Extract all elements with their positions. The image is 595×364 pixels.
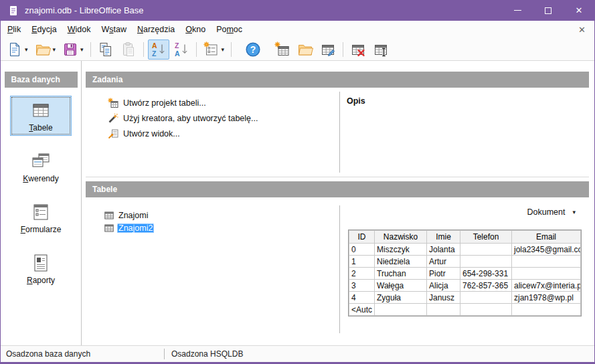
tasks-panel: Zadania Utwórz projekt tabeli... Użyj kr…: [86, 72, 589, 177]
tasks-panel-header: Zadania: [86, 72, 589, 88]
toolbar-separator: [343, 42, 343, 57]
paste-icon: [120, 41, 137, 58]
table-cell: alicew7x@interia.pl: [512, 280, 581, 292]
table-cell: [460, 244, 512, 256]
menu-okno[interactable]: Okno: [180, 22, 211, 37]
sort-descending-icon: [173, 41, 189, 58]
menu-narzedzia[interactable]: Narzędzia: [132, 22, 180, 37]
rename-button[interactable]: [370, 39, 392, 60]
dropdown-arrow-icon[interactable]: ▾: [53, 46, 56, 53]
table-cell: [460, 292, 512, 304]
close-document-icon[interactable]: ✕: [578, 25, 586, 35]
open-database-object-button[interactable]: [294, 39, 316, 60]
window-title: znajomi.odb - LibreOffice Base: [25, 5, 144, 15]
table-row: 4 Zyguła Janusz zjan1978@wp.pl: [349, 292, 581, 304]
list-item-znajomi2[interactable]: Znajomi2: [104, 221, 339, 234]
sort-ascending-button[interactable]: [148, 39, 169, 60]
wizard-wand-icon: [108, 113, 118, 124]
open-button[interactable]: ▾: [32, 39, 59, 60]
toolbar-separator: [196, 42, 197, 57]
maximize-button[interactable]: [533, 0, 564, 21]
table-cell: [512, 268, 581, 280]
document-icon: [8, 5, 19, 16]
toolbar-separator: [90, 42, 91, 57]
dropdown-arrow-icon[interactable]: ▾: [25, 46, 28, 53]
menu-plik[interactable]: Plik: [2, 22, 26, 37]
new-table-task-icon: [108, 98, 118, 108]
table-cell: Jolanta: [427, 244, 460, 256]
help-button[interactable]: [242, 39, 264, 60]
reports-icon: [30, 252, 52, 274]
table-cell: Janusz: [427, 292, 460, 304]
task-create-view[interactable]: Utwórz widok...: [108, 126, 339, 141]
close-button[interactable]: ✕: [564, 0, 594, 21]
table-cell: [460, 304, 512, 316]
preview-mode-dropdown[interactable]: Dokument ▾: [527, 207, 576, 217]
table-cell: Piotr: [427, 268, 460, 280]
sort-ascending-icon: [151, 41, 167, 58]
description-label: Opis: [347, 96, 365, 106]
rename-table-icon: [373, 41, 389, 58]
window-controls: ✕: [502, 0, 594, 21]
table-header-row: ID Nazwisko Imie Telefon Email: [349, 231, 581, 244]
table-cell: [512, 256, 581, 268]
new-document-button[interactable]: ▾: [4, 39, 31, 60]
forms-icon: [30, 201, 52, 223]
table-cell: [375, 304, 427, 316]
table-cell: jola2345@gmail.com: [512, 244, 581, 256]
maximize-icon: [545, 7, 551, 14]
sidebar-item-queries[interactable]: Kwerendy: [10, 147, 72, 187]
task-create-table-design[interactable]: Utwórz projekt tabeli...: [108, 95, 339, 110]
libreoffice-base-window: znajomi.odb - LibreOffice Base ✕ Plik Ed…: [0, 0, 595, 364]
sidebar-item-reports[interactable]: Raporty: [10, 248, 72, 288]
list-item-znajomi[interactable]: Znajomi: [104, 209, 339, 221]
table-row: 2 Truchan Piotr 654-298-331: [349, 268, 581, 280]
tables-panel-header: Tabele: [86, 181, 589, 197]
sidebar-item-label: Formularze: [21, 225, 62, 234]
table-cell: <Autc: [349, 304, 375, 316]
sidebar-item-forms[interactable]: Formularze: [10, 197, 72, 238]
dropdown-arrow-icon[interactable]: ▾: [222, 46, 225, 53]
statusbar: Osadzona baza danych Osadzona HSQLDB: [1, 345, 594, 362]
copy-button[interactable]: [95, 39, 116, 60]
create-view-icon: [108, 128, 118, 139]
tables-icon: [30, 100, 52, 121]
menu-edycja[interactable]: Edycja: [26, 22, 62, 37]
table-cell: Wałęga: [375, 280, 427, 292]
delete-button[interactable]: [347, 39, 369, 60]
table-cell: Miszczyk: [375, 244, 427, 256]
sidebar-header: Baza danych: [5, 72, 78, 88]
preview-pane: Dokument ▾ ID Nazwisko Imie Telefon: [339, 205, 589, 333]
paste-button[interactable]: [118, 39, 139, 60]
menu-wstaw[interactable]: Wstaw: [96, 22, 132, 37]
table-cell: Alicja: [427, 280, 460, 292]
new-table-design-button[interactable]: [272, 39, 293, 60]
tasks-list: Utwórz projekt tabeli... Użyj kreatora, …: [86, 88, 339, 177]
table-cell: 3: [349, 280, 375, 292]
table-cell: 2: [349, 268, 375, 280]
task-use-wizard[interactable]: Użyj kreatora, aby utworzyć tabelę...: [108, 110, 339, 126]
edit-table-icon: [320, 41, 336, 58]
table-header-cell: ID: [349, 231, 375, 244]
table-row: 1 Niedziela Artur: [349, 256, 581, 268]
main-area: Baza danych Tabele Kwerendy Formularze R…: [1, 61, 594, 345]
minimize-button[interactable]: [502, 0, 533, 21]
table-row: 3 Wałęga Alicja 762-857-365 alicew7x@int…: [349, 280, 581, 292]
menu-widok[interactable]: Widok: [62, 22, 96, 37]
edit-button[interactable]: [317, 39, 339, 60]
save-button[interactable]: ▾: [60, 39, 86, 60]
menubar: Plik Edycja Widok Wstaw Narzędzia Okno P…: [1, 21, 594, 38]
sort-descending-button[interactable]: [171, 39, 192, 60]
table-icon: [104, 223, 114, 233]
menu-pomoc[interactable]: Pomoc: [211, 22, 248, 37]
toolbar-separator: [231, 42, 232, 57]
toolbar: ▾ ▾ ▾ ▾: [1, 38, 594, 61]
sidebar-item-tables[interactable]: Tabele: [10, 96, 72, 136]
table-cell: 4: [349, 292, 375, 304]
sidebar: Baza danych Tabele Kwerendy Formularze R…: [1, 61, 82, 345]
tables-panel: Tabele Znajomi Znajomi2: [86, 181, 589, 345]
titlebar: znajomi.odb - LibreOffice Base ✕: [1, 0, 594, 21]
delete-table-icon: [350, 41, 366, 58]
dropdown-arrow-icon[interactable]: ▾: [80, 46, 84, 53]
new-object-button[interactable]: ▾: [201, 39, 228, 60]
